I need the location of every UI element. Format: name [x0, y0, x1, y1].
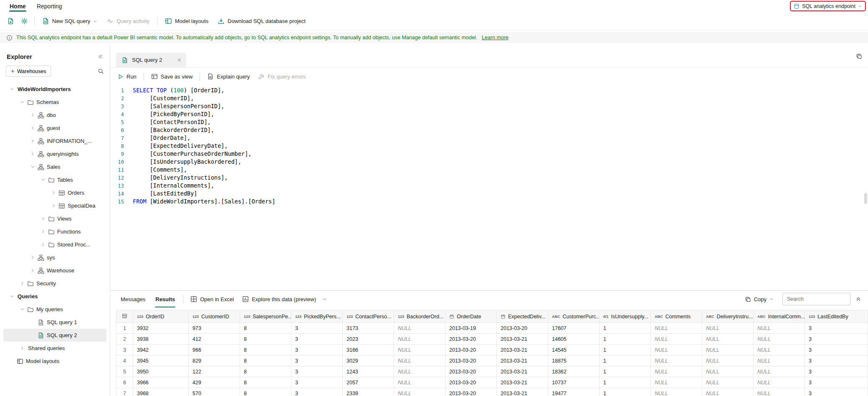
grid-cell[interactable]: NULL	[651, 334, 702, 345]
chevron-right-icon[interactable]	[29, 268, 36, 273]
grid-cell[interactable]: 19477	[548, 388, 600, 396]
grid-cell[interactable]: 18362	[548, 366, 600, 377]
grid-cell[interactable]: 3938	[133, 334, 189, 345]
grid-cell[interactable]: 3	[805, 355, 868, 366]
grid-cell[interactable]: 17607	[548, 323, 600, 334]
column-header-internalcomm[interactable]: ABCInternalComm...	[754, 310, 805, 323]
chevron-down-icon[interactable]	[19, 100, 26, 104]
ribbon-tab-reporting[interactable]: Reporting	[31, 0, 68, 12]
column-header-salespersonpe[interactable]: 123SalespersonPe...	[240, 310, 291, 323]
grid-cell[interactable]: 122	[189, 366, 240, 377]
grid-cell[interactable]: 429	[189, 377, 240, 388]
editor-scrollbar-thumb[interactable]	[864, 193, 867, 204]
chevron-right-icon[interactable]	[29, 113, 36, 117]
column-header-isundersupply[interactable]: 0/1IsUndersupply...	[600, 310, 651, 323]
grid-cell[interactable]: NULL	[754, 323, 805, 334]
column-header-deliveryinstru[interactable]: ABCDeliveryInstru...	[702, 310, 754, 323]
column-header-customerpurc[interactable]: ABCCustomerPurc...	[548, 310, 600, 323]
grid-cell[interactable]: 2013-03-20	[445, 345, 497, 355]
tree-item-warehouse[interactable]: Warehouse	[3, 264, 106, 277]
grid-cell[interactable]: 966	[189, 345, 240, 355]
tree-item-information[interactable]: INFORMATION_...	[3, 135, 106, 147]
grid-cell[interactable]: 3	[805, 388, 868, 396]
grid-cell[interactable]: 570	[189, 388, 240, 396]
grid-cell[interactable]: 2013-03-20	[445, 388, 497, 396]
endpoint-selector[interactable]: SQL analytics endpoint	[790, 1, 866, 11]
grid-cell[interactable]: NULL	[394, 388, 445, 396]
grid-cell[interactable]: 8	[240, 323, 291, 334]
column-header-expecteddeliv[interactable]: ExpectedDeliv...	[497, 310, 548, 323]
grid-cell[interactable]: 1	[600, 334, 651, 345]
grid-cell[interactable]: NULL	[394, 334, 445, 345]
grid-cell[interactable]: NULL	[702, 345, 754, 355]
grid-cell[interactable]: NULL	[394, 345, 445, 355]
grid-cell[interactable]: 2339	[343, 388, 394, 396]
open-in-excel-button[interactable]: Open in Excel	[187, 293, 238, 305]
chevron-down-icon[interactable]	[40, 178, 47, 182]
chevron-right-icon[interactable]	[29, 255, 36, 260]
grid-cell[interactable]: 2013-03-21	[497, 388, 548, 396]
chevron-right-icon[interactable]	[19, 346, 26, 350]
grid-cell[interactable]: 973	[189, 323, 240, 334]
column-header-contactperso[interactable]: 123ContactPerso...	[343, 310, 394, 323]
grid-cell[interactable]: 8	[240, 366, 291, 377]
chevron-right-icon[interactable]	[29, 126, 36, 130]
tree-item-model-layouts[interactable]: Model layouts	[3, 355, 106, 368]
grid-cell[interactable]: 18875	[548, 355, 600, 366]
grid-cell[interactable]: NULL	[754, 345, 805, 355]
chevron-down-icon[interactable]	[29, 165, 36, 169]
chevron-right-icon[interactable]	[29, 152, 36, 156]
grid-cell[interactable]: 2023	[343, 334, 394, 345]
grid-cell[interactable]: 2013-03-19	[445, 323, 497, 334]
column-header-orderdate[interactable]: OrderDate	[445, 310, 497, 323]
column-header-pickedbypers[interactable]: 123PickedByPers...	[291, 310, 343, 323]
grid-cell[interactable]: 3	[805, 345, 868, 355]
grid-cell[interactable]: 3945	[133, 355, 189, 366]
grid-cell[interactable]: 3	[805, 377, 868, 388]
grid-cell[interactable]: NULL	[702, 377, 754, 388]
grid-cell[interactable]: 8	[240, 355, 291, 366]
tree-item-orders[interactable]: Orders	[3, 186, 106, 199]
grid-cell[interactable]: 1	[600, 323, 651, 334]
grid-cell[interactable]: NULL	[651, 323, 702, 334]
column-header-backorderord[interactable]: 123BackorderOrd...	[394, 310, 445, 323]
grid-cell[interactable]: 8	[240, 388, 291, 396]
chevron-down-icon[interactable]	[19, 307, 26, 312]
grid-cell[interactable]: 3	[291, 355, 343, 366]
search-icon[interactable]	[98, 68, 104, 74]
grid-cell[interactable]: 3166	[343, 345, 394, 355]
grid-cell[interactable]: 3173	[343, 323, 394, 334]
grid-cell[interactable]: NULL	[394, 355, 445, 366]
tree-item-sql-query-1[interactable]: SQL query 1	[3, 316, 106, 329]
column-header-comments[interactable]: ABCComments	[651, 310, 702, 323]
grid-cell[interactable]: 10737	[548, 377, 600, 388]
chevron-down-icon[interactable]	[8, 294, 15, 299]
grid-cell[interactable]: 8	[240, 377, 291, 388]
grid-cell[interactable]: NULL	[394, 377, 445, 388]
duplicate-tab-icon[interactable]	[856, 53, 862, 59]
save-as-view-button[interactable]: Save as view	[147, 70, 197, 83]
grid-cell[interactable]: NULL	[651, 388, 702, 396]
search-input[interactable]	[782, 293, 850, 305]
tree-item-schemas[interactable]: Schemas	[3, 96, 106, 109]
grid-cell[interactable]: 2013-03-21	[497, 366, 548, 377]
grid-cell[interactable]: NULL	[754, 377, 805, 388]
grid-cell[interactable]: 3	[291, 366, 343, 377]
grid-cell[interactable]: NULL	[394, 323, 445, 334]
new-item-button[interactable]	[4, 15, 17, 28]
grid-cell[interactable]: 1	[600, 366, 651, 377]
grid-cell[interactable]: NULL	[702, 388, 754, 396]
grid-cell[interactable]: NULL	[702, 334, 754, 345]
grid-cell[interactable]: 3	[291, 377, 343, 388]
grid-cell[interactable]: 3932	[133, 323, 189, 334]
new-sql-query-button[interactable]: New SQL query	[38, 15, 101, 28]
tree-item-wideworldimporters[interactable]: WideWorldImporters	[3, 83, 106, 96]
grid-cell[interactable]: NULL	[702, 366, 754, 377]
tree-item-specialdea[interactable]: SpecialDea	[3, 199, 106, 212]
grid-cell[interactable]: 3	[291, 388, 343, 396]
grid-cell[interactable]: 2013-03-21	[497, 355, 548, 366]
chevron-right-icon[interactable]	[40, 216, 47, 221]
chevron-right-icon[interactable]	[29, 139, 36, 143]
tree-item-shared-queries[interactable]: Shared queries	[3, 342, 106, 355]
learn-more-link[interactable]: Learn more	[482, 35, 509, 41]
